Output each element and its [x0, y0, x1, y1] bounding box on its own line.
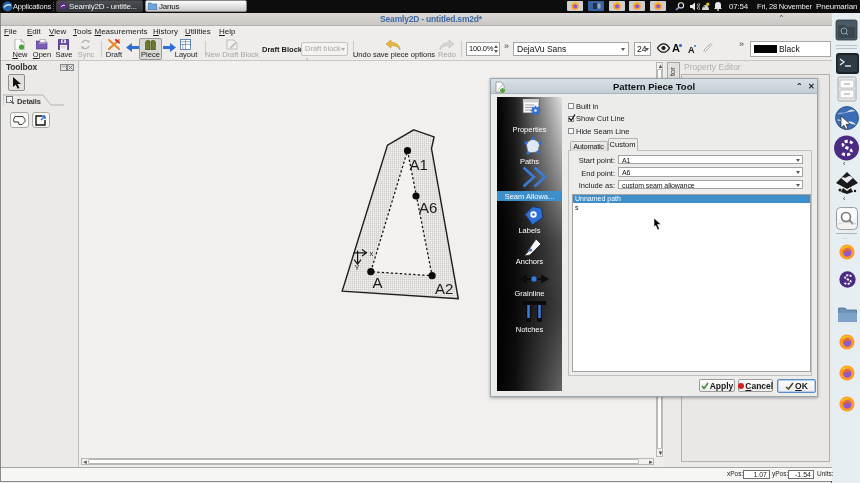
svg-text:x: x	[370, 249, 374, 258]
svg-text:A: A	[373, 274, 383, 291]
svg-text:Y: Y	[355, 263, 360, 272]
svg-text:A1: A1	[410, 156, 428, 173]
svg-text:A2: A2	[435, 280, 453, 297]
svg-text:A6: A6	[419, 199, 437, 216]
